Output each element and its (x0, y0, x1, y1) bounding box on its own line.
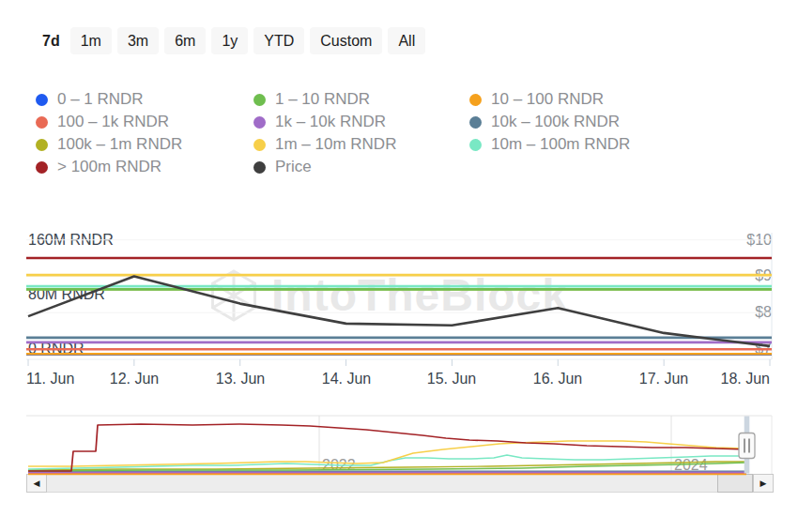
x-axis-date-label: 13. Jun (216, 371, 265, 388)
range-button-1m[interactable]: 1m (70, 27, 112, 54)
legend-item-price[interactable]: Price (253, 156, 469, 178)
scrollbar-track[interactable] (26, 474, 774, 493)
range-button-6m[interactable]: 6m (164, 27, 206, 54)
x-axis-date-label: 12. Jun (110, 371, 159, 388)
date-range-toolbar: 7d1m3m6m1yYTDCustomAll (38, 27, 425, 54)
legend-marker-icon (469, 94, 482, 106)
navigator-year-label: 2024 (674, 457, 708, 474)
scrollbar-thumb[interactable] (717, 474, 753, 493)
legend-label: 1m – 10m RNDR (275, 135, 396, 154)
legend-label: Price (275, 158, 312, 176)
legend-label: 0 – 1 RNDR (57, 90, 144, 109)
scroll-right-icon: ▶ (760, 479, 767, 488)
range-button-7d[interactable]: 7d (38, 27, 65, 54)
x-axis-date-label: 17. Jun (639, 371, 688, 388)
legend-label: 1k – 10k RNDR (275, 113, 386, 131)
legend-marker-icon (36, 161, 48, 174)
legend-marker-icon (469, 116, 482, 129)
y-axis-label-left: 160M RNDR (28, 232, 114, 249)
series-line-price (28, 277, 770, 346)
legend-item-100m-rndr[interactable]: > 100m RNDR (36, 156, 253, 178)
intotheblock-logo-icon (208, 268, 259, 323)
y-axis-label-right: $9 (755, 267, 772, 284)
scrollbar-left-button[interactable]: ◀ (26, 474, 47, 493)
navigator-series-10m-100m-rndr (28, 455, 746, 469)
legend-label: 100 – 1k RNDR (57, 113, 169, 131)
navigator-series-100m-rndr (28, 424, 746, 471)
range-button-all[interactable]: All (388, 27, 425, 54)
legend-item-0-1-rndr[interactable]: 0 – 1 RNDR (36, 88, 253, 111)
legend-label: 1 – 10 RNDR (275, 90, 370, 109)
y-axis-label-left: 80M RNDR (28, 286, 105, 303)
range-button-custom[interactable]: Custom (310, 27, 382, 54)
scrollbar-right-button[interactable]: ▶ (753, 474, 774, 493)
watermark: IntoTheBlock (208, 268, 568, 323)
legend-item-100k-1m-rndr[interactable]: 100k – 1m RNDR (36, 133, 253, 156)
legend-label: > 100m RNDR (57, 158, 161, 176)
x-axis-date-label: 11. Jun (26, 371, 74, 388)
legend-item-1k-10k-rndr[interactable]: 1k – 10k RNDR (253, 111, 469, 133)
x-axis-date-label: 16. Jun (533, 371, 582, 388)
legend-label: 100k – 1m RNDR (57, 135, 182, 154)
range-button-1y[interactable]: 1y (211, 27, 248, 54)
legend-marker-icon (36, 94, 48, 106)
holders-distribution-chart-app: IntoTheBlock 160M RNDR80M RNDR0 RNDR$10$… (0, 0, 798, 532)
chart-canvas (0, 0, 798, 532)
legend-marker-icon (253, 139, 266, 151)
legend-marker-icon (253, 116, 266, 129)
chart-legend: 0 – 1 RNDR100 – 1k RNDR100k – 1m RNDR> 1… (36, 88, 630, 178)
y-axis-label-right: $7 (755, 341, 772, 357)
legend-label: 10m – 100m RNDR (491, 135, 630, 154)
legend-label: 10k – 100k RNDR (491, 113, 620, 131)
legend-marker-icon (253, 94, 266, 106)
navigator-handle-grip[interactable] (739, 433, 755, 459)
scroll-left-icon: ◀ (34, 479, 40, 488)
legend-item-1-10-rndr[interactable]: 1 – 10 RNDR (253, 88, 469, 111)
legend-label: 10 – 100 RNDR (491, 90, 604, 109)
y-axis-label-left: 0 RNDR (28, 341, 84, 357)
legend-item-1m-10m-rndr[interactable]: 1m – 10m RNDR (253, 133, 469, 156)
x-axis-date-label: 15. Jun (427, 371, 476, 388)
legend-item-100-1k-rndr[interactable]: 100 – 1k RNDR (36, 111, 253, 133)
legend-marker-icon (36, 116, 48, 129)
x-axis-date-label: 14. Jun (322, 371, 371, 388)
axis-labels-layer: 160M RNDR80M RNDR0 RNDR$10$9$8$711. Jun1… (0, 0, 798, 532)
y-axis-label-right: $8 (755, 304, 772, 321)
x-axis-date-label: 18. Jun (721, 371, 770, 388)
navigator-year-label: 2022 (322, 457, 356, 474)
legend-marker-icon (36, 139, 48, 151)
y-axis-label-right: $10 (746, 232, 772, 249)
legend-marker-icon (469, 139, 482, 151)
legend-item-10-100-rndr[interactable]: 10 – 100 RNDR (469, 88, 630, 111)
navigator-series-100k-1m-rndr (28, 462, 746, 470)
navigator-series-1m-10m-rndr (28, 441, 746, 466)
navigator-series-1-10-rndr (28, 463, 746, 471)
legend-item-10m-100m-rndr[interactable]: 10m – 100m RNDR (469, 133, 630, 156)
range-button-3m[interactable]: 3m (117, 27, 159, 54)
navigator-handle[interactable] (739, 417, 755, 474)
legend-item-10k-100k-rndr[interactable]: 10k – 100k RNDR (469, 111, 630, 133)
legend-marker-icon (253, 161, 266, 174)
watermark-text: IntoTheBlock (271, 273, 568, 318)
range-button-ytd[interactable]: YTD (253, 27, 304, 54)
